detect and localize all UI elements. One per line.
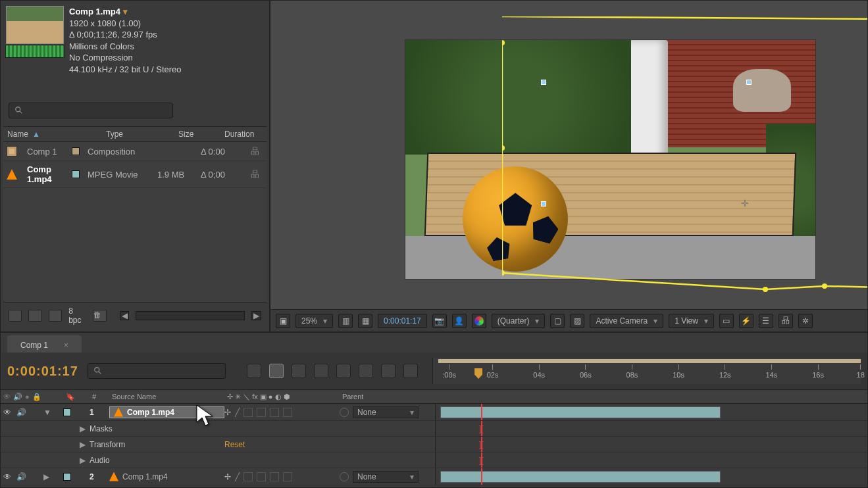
selection-handle[interactable]	[541, 80, 546, 85]
scroll-left-button[interactable]: ◀	[120, 311, 130, 320]
tag-icon[interactable]: 🔖	[66, 393, 75, 401]
layer-property-row[interactable]: ▶Masks ][	[1, 421, 867, 437]
graph-editor-button[interactable]	[381, 364, 396, 378]
layer-row[interactable]: 👁 🔊 ▶ 2 Comp 1.mp4 ✢╱ None	[1, 468, 867, 485]
asset-info: Comp 1.mp4 1920 x 1080 (1.00) Δ 0;00;11;…	[69, 6, 182, 75]
pickwhip-icon[interactable]	[340, 472, 349, 481]
solo-icon[interactable]: ●	[25, 393, 30, 401]
shy-button[interactable]	[292, 364, 306, 378]
views-dropdown[interactable]: 1 View	[669, 314, 714, 328]
layer-switches[interactable]: ✢╱	[224, 472, 340, 481]
close-icon[interactable]: ×	[57, 338, 75, 351]
viewer-canvas[interactable]: ✛	[270, 1, 867, 309]
twirl-icon[interactable]: ▶	[80, 456, 86, 465]
motion-blur-button[interactable]	[336, 364, 351, 378]
snapshot-button[interactable]: 📷	[432, 314, 447, 328]
scroll-right-button[interactable]: ▶	[251, 311, 261, 320]
interpret-footage-button[interactable]	[9, 310, 22, 322]
exposure-button[interactable]: ✲	[798, 314, 813, 328]
flowchart-icon[interactable]: 品	[251, 168, 264, 180]
eye-icon[interactable]: 👁	[3, 472, 11, 481]
selection-handle[interactable]	[541, 201, 546, 207]
new-comp-button[interactable]	[49, 310, 62, 322]
asset-title[interactable]: Comp 1.mp4	[69, 6, 182, 18]
layer-track[interactable]	[435, 468, 867, 485]
viewer-timecode[interactable]: 0:00:01:17	[378, 314, 427, 328]
eye-icon[interactable]: 👁	[3, 408, 11, 417]
property-value[interactable]: Reset	[224, 440, 340, 449]
layer-property-row[interactable]: ▶Transform Reset ][	[1, 437, 867, 452]
anchor-point-icon[interactable]: ✛	[741, 198, 749, 208]
fast-preview-button[interactable]: ⚡	[739, 314, 753, 328]
ruler-tick: 18	[857, 364, 865, 379]
new-folder-button[interactable]	[28, 310, 41, 322]
col-source-name[interactable]: Source Name	[112, 390, 227, 403]
zoom-dropdown[interactable]: 25%	[295, 314, 333, 328]
project-item[interactable]: Comp 1 Composition Δ 0:00 品	[3, 142, 267, 161]
col-size[interactable]: Size	[178, 130, 224, 139]
parent-dropdown[interactable]: None	[353, 406, 419, 418]
layer-row[interactable]: 👁 🔊 ▼ 1 Comp 1.mp4 ✢╱ None	[1, 404, 867, 421]
quality-dropdown[interactable]: (Quarter)	[492, 314, 546, 328]
project-hscroll[interactable]	[136, 311, 245, 320]
flowchart-icon[interactable]: 品	[251, 145, 264, 157]
asset-thumbnail[interactable]	[6, 6, 64, 44]
col-name[interactable]: Name	[7, 130, 28, 139]
label-swatch[interactable]	[63, 408, 71, 416]
timeline-button[interactable]: ☰	[759, 314, 773, 328]
col-duration[interactable]: Duration	[224, 130, 263, 139]
timeline-tab[interactable]: Comp 1 ×	[7, 335, 82, 353]
label-swatch[interactable]	[72, 147, 80, 155]
draft-3d-button[interactable]	[269, 364, 284, 378]
layer-switches[interactable]: ✢╱	[224, 408, 340, 417]
project-search-input[interactable]	[9, 103, 173, 118]
layer-name[interactable]: Comp 1.mp4	[109, 406, 224, 418]
camera-dropdown[interactable]: Active Camera	[590, 314, 663, 328]
resolution-button[interactable]: ▥	[338, 314, 353, 328]
twirl-icon[interactable]: ▼	[43, 408, 51, 417]
transparency-grid-button[interactable]: ▨	[570, 314, 584, 328]
comp-mini-flowchart-button[interactable]	[247, 364, 261, 378]
timeline-search-input[interactable]	[88, 363, 226, 379]
lock-icon[interactable]: 🔒	[32, 393, 41, 401]
label-swatch[interactable]	[63, 473, 71, 481]
twirl-icon[interactable]: ▶	[43, 472, 49, 481]
time-ruler[interactable]: :00s02s04s06s08s10s12s14s16s18	[432, 358, 861, 384]
frame-blend-button[interactable]	[314, 364, 328, 378]
timeline-timecode[interactable]: 0:00:01:17	[7, 364, 78, 379]
roi-button[interactable]: ▢	[550, 314, 565, 328]
auto-keyframe-button[interactable]	[403, 364, 418, 378]
keyframe-marker-icon[interactable]: ][	[479, 424, 484, 433]
col-hash[interactable]: #	[92, 390, 112, 403]
trash-button[interactable]: 🗑	[93, 310, 106, 322]
pickwhip-icon[interactable]	[340, 408, 349, 417]
project-item[interactable]: Comp 1.mp4 MPEG Movie 1.9 MB Δ 0;00 品	[3, 161, 267, 188]
col-type[interactable]: Type	[106, 130, 178, 139]
eye-icon[interactable]: 👁	[3, 393, 11, 401]
selection-handle[interactable]	[746, 80, 752, 85]
pixel-ratio-button[interactable]: ▭	[719, 314, 734, 328]
col-parent[interactable]: Parent	[342, 390, 438, 403]
brainstorm-button[interactable]	[359, 364, 373, 378]
channel-mode-button[interactable]	[472, 314, 486, 328]
parent-dropdown[interactable]: None	[353, 471, 419, 483]
layer-track[interactable]	[435, 404, 867, 420]
viewer-toolbar: ▣ 25% ▥ ▦ 0:00:01:17 📷 👤 (Quarter) ▢ ▨ A…	[270, 309, 867, 331]
speaker-icon[interactable]: 🔊	[16, 472, 26, 481]
keyframe-marker-icon[interactable]: ][	[479, 440, 484, 449]
label-swatch[interactable]	[72, 170, 80, 178]
layer-name[interactable]: Comp 1.mp4	[109, 472, 224, 481]
layer-property-row[interactable]: ▶Audio ][	[1, 452, 867, 468]
project-item-size: 1.9 MB	[157, 170, 197, 180]
project-columns-header[interactable]: Name▲ Type Size Duration	[3, 126, 267, 142]
bpc-button[interactable]: 8 bpc	[68, 306, 86, 325]
mask-toggle-button[interactable]: ▣	[276, 314, 290, 328]
grid-button[interactable]: ▦	[358, 314, 372, 328]
twirl-icon[interactable]: ▶	[80, 440, 86, 449]
twirl-icon[interactable]: ▶	[80, 424, 86, 433]
keyframe-marker-icon[interactable]: ][	[479, 456, 484, 465]
show-channel-button[interactable]: 👤	[452, 314, 467, 328]
flowchart-button[interactable]: 品	[779, 314, 793, 328]
speaker-icon[interactable]: 🔊	[13, 393, 22, 401]
speaker-icon[interactable]: 🔊	[16, 408, 26, 417]
